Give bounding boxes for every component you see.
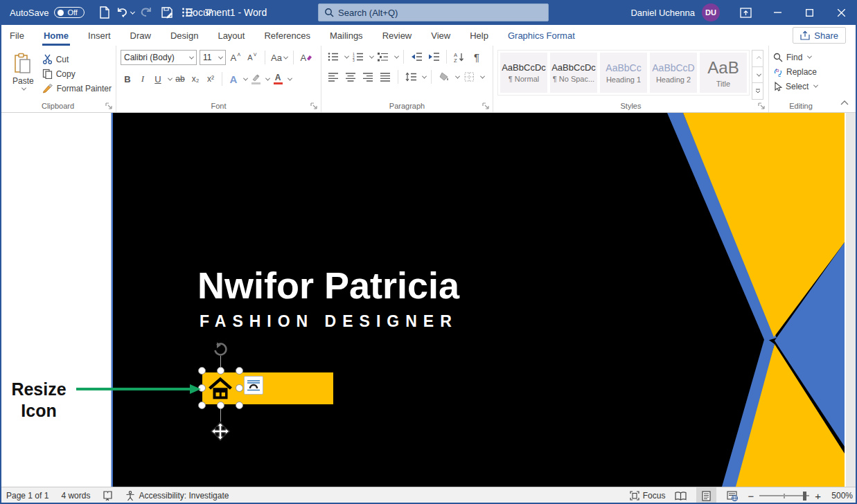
clipboard-dialog-launcher-icon[interactable]: [105, 102, 113, 110]
resize-handle-e[interactable]: [236, 384, 243, 392]
tab-home[interactable]: Home: [34, 25, 78, 46]
style-no-spacing[interactable]: AaBbCcDc ¶ No Spac...: [550, 53, 597, 93]
maximize-button[interactable]: [793, 0, 825, 25]
show-formatting-button[interactable]: ¶: [469, 50, 484, 64]
accessibility-status[interactable]: Accessibility: Investigate: [125, 491, 229, 501]
undo-button[interactable]: [116, 3, 134, 21]
zoom-slider-thumb[interactable]: [803, 492, 806, 501]
resize-handle-n[interactable]: [217, 367, 224, 375]
tab-draw[interactable]: Draw: [121, 25, 161, 46]
grow-font-button[interactable]: A˄: [229, 51, 242, 64]
font-color-dropdown-icon[interactable]: [288, 75, 292, 80]
text-effects-dropdown-icon[interactable]: [243, 75, 248, 80]
redo-button[interactable]: [137, 3, 155, 21]
select-button[interactable]: Select: [773, 79, 829, 93]
styles-more-button[interactable]: [752, 83, 763, 100]
align-left-button[interactable]: [326, 70, 341, 84]
minimize-button[interactable]: [761, 0, 793, 25]
web-layout-button[interactable]: [722, 487, 742, 504]
align-right-button[interactable]: [360, 70, 376, 84]
save-icon[interactable]: [158, 3, 176, 21]
font-size-select[interactable]: 11: [200, 50, 226, 65]
bullets-dropdown-icon[interactable]: [344, 53, 349, 58]
rotate-handle[interactable]: [213, 342, 228, 357]
resize-handle-nw[interactable]: [198, 367, 206, 375]
clear-formatting-button[interactable]: A: [299, 51, 313, 64]
proofing-status-icon[interactable]: [103, 490, 113, 501]
zoom-level-indicator[interactable]: 500%: [827, 491, 853, 501]
font-dialog-launcher-icon[interactable]: [310, 102, 318, 110]
underline-button[interactable]: U: [151, 72, 165, 86]
search-input[interactable]: Search (Alt+Q): [318, 3, 549, 21]
borders-button[interactable]: [461, 70, 477, 84]
paste-dropdown-icon[interactable]: [21, 86, 26, 91]
shrink-font-button[interactable]: A˅: [245, 51, 259, 64]
shading-dropdown-icon[interactable]: [455, 73, 460, 78]
font-color-button[interactable]: A: [271, 72, 285, 86]
styles-dialog-launcher-icon[interactable]: [758, 102, 766, 110]
collapse-ribbon-button[interactable]: [840, 96, 849, 108]
style-title[interactable]: AaB Title: [700, 53, 747, 93]
cut-button[interactable]: Cut: [42, 54, 112, 64]
superscript-button[interactable]: x²: [204, 72, 218, 86]
shading-button[interactable]: [436, 70, 452, 84]
justify-button[interactable]: [378, 70, 393, 84]
tab-view[interactable]: View: [421, 25, 460, 46]
zoom-slider[interactable]: [759, 491, 809, 501]
style-heading2[interactable]: AaBbCcD Heading 2: [650, 53, 697, 93]
user-avatar[interactable]: DU: [702, 3, 720, 21]
sort-button[interactable]: AZ: [452, 50, 467, 64]
page-number-indicator[interactable]: Page 1 of 1: [6, 491, 48, 501]
highlight-button[interactable]: [249, 72, 263, 86]
tab-graphics-format[interactable]: Graphics Format: [498, 25, 585, 46]
tab-mailings[interactable]: Mailings: [320, 25, 373, 46]
ribbon-display-options-icon[interactable]: [730, 0, 761, 25]
autosave-toggle[interactable]: Off: [54, 7, 84, 18]
style-heading1[interactable]: AaBbCc Heading 1: [600, 53, 647, 93]
tab-insert[interactable]: Insert: [78, 25, 121, 46]
new-document-icon[interactable]: [96, 3, 114, 21]
replace-button[interactable]: bc Replace: [773, 64, 829, 79]
italic-button[interactable]: I: [136, 72, 150, 86]
font-name-select[interactable]: Calibri (Body): [121, 50, 197, 65]
underline-dropdown-icon[interactable]: [168, 75, 173, 80]
multilevel-dropdown-icon[interactable]: [394, 53, 399, 58]
numbering-button[interactable]: 123: [351, 50, 366, 64]
user-name[interactable]: Daniel Uchenna: [630, 8, 695, 18]
multilevel-list-button[interactable]: [376, 50, 391, 64]
resize-handle-s[interactable]: [217, 402, 224, 409]
close-button[interactable]: [825, 0, 857, 25]
resize-handle-sw[interactable]: [198, 402, 206, 409]
layout-options-button[interactable]: [244, 376, 263, 395]
document-canvas[interactable]: Nwifor Patricia FASHION DESIGNER: [0, 113, 857, 487]
tab-references[interactable]: References: [254, 25, 319, 46]
print-layout-button[interactable]: [696, 487, 716, 504]
bold-button[interactable]: B: [121, 72, 134, 86]
subscript-button[interactable]: x₂: [188, 72, 202, 86]
change-case-button[interactable]: Aa: [271, 51, 288, 64]
read-mode-button[interactable]: [671, 487, 691, 504]
zoom-in-button[interactable]: +: [815, 490, 821, 502]
resize-handle-ne[interactable]: [236, 367, 243, 375]
undo-dropdown-icon[interactable]: [130, 9, 135, 14]
move-handle[interactable]: [210, 421, 231, 442]
bullets-button[interactable]: [326, 50, 341, 64]
resize-handle-se[interactable]: [236, 402, 243, 409]
card-name-text[interactable]: Nwifor Patricia: [197, 264, 459, 307]
copy-button[interactable]: Copy: [42, 69, 112, 79]
paragraph-dialog-launcher-icon[interactable]: [482, 102, 490, 110]
selection-box[interactable]: [202, 370, 240, 406]
strikethrough-button[interactable]: ab: [173, 72, 187, 86]
line-spacing-dropdown-icon[interactable]: [422, 73, 427, 78]
word-count-indicator[interactable]: 4 words: [61, 491, 90, 501]
increase-indent-button[interactable]: [426, 50, 441, 64]
tab-help[interactable]: Help: [460, 25, 498, 46]
find-button[interactable]: Find: [773, 50, 829, 64]
text-effects-button[interactable]: A: [227, 72, 240, 86]
zoom-out-button[interactable]: −: [748, 490, 754, 502]
styles-scroll-down-button[interactable]: [752, 67, 763, 84]
tab-file[interactable]: File: [0, 25, 34, 46]
borders-dropdown-icon[interactable]: [480, 73, 485, 78]
tab-review[interactable]: Review: [373, 25, 422, 46]
styles-scroll-up-button[interactable]: [752, 50, 763, 67]
